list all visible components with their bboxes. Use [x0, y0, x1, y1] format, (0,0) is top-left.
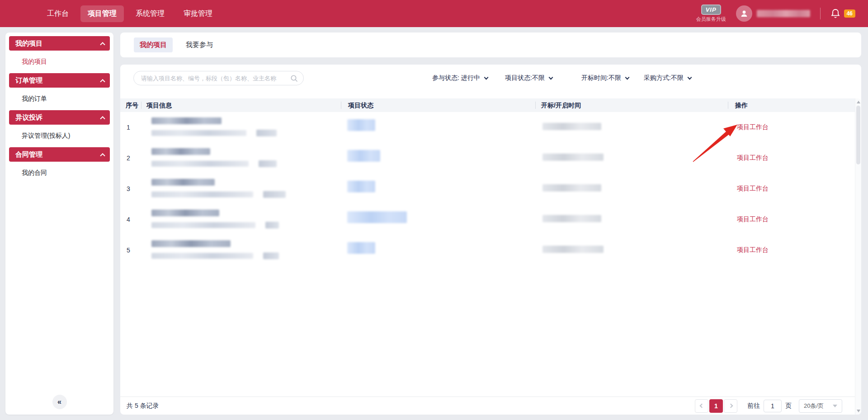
row-index: 3	[127, 185, 130, 192]
sidebar-item-objection-management[interactable]: 异议管理(投标人)	[9, 125, 110, 147]
sidebar-collapse-button[interactable]: «	[52, 395, 67, 409]
project-code-redacted	[151, 130, 246, 136]
user-avatar[interactable]	[736, 5, 752, 22]
filter-row: 参与状态: 进行中 项目状态:不限 开标时间:不限 采购方式:不限	[120, 65, 861, 98]
column-divider	[535, 102, 536, 109]
filter-open-time[interactable]: 开标时间:不限	[581, 74, 629, 82]
notification-area[interactable]: 46	[830, 8, 855, 19]
col-project-info: 项目信息	[146, 98, 172, 112]
total-records-text: 共 5 条记录	[127, 402, 159, 410]
tab-want-to-participate[interactable]: 我要参与	[180, 37, 219, 52]
table-row: 5 项目工作台	[120, 235, 855, 266]
sidebar-item-my-contracts[interactable]: 我的合同	[9, 162, 110, 184]
search-box[interactable]	[133, 71, 304, 85]
nav-item-approval-management[interactable]: 审批管理	[176, 5, 220, 22]
filter-project-status[interactable]: 项目状态:不限	[505, 74, 552, 82]
chevron-down-icon	[625, 75, 629, 79]
search-icon[interactable]	[290, 75, 298, 82]
project-tag-redacted	[259, 160, 277, 167]
project-tag-redacted	[263, 252, 279, 259]
scrollbar-thumb[interactable]	[856, 106, 860, 164]
project-status-badge-redacted	[347, 242, 375, 254]
project-title-redacted	[151, 210, 219, 216]
filter-procurement-method[interactable]: 采购方式:不限	[644, 74, 691, 82]
project-status-badge-redacted	[347, 119, 375, 131]
section-label: 异议投诉	[15, 113, 42, 122]
row-index: 5	[127, 247, 130, 254]
vertical-scrollbar[interactable]	[855, 98, 861, 415]
col-action: 操作	[735, 98, 748, 112]
scroll-down-arrow-icon[interactable]	[857, 410, 860, 412]
tab-bar: 我的项目 我要参与	[120, 33, 861, 57]
chevron-up-icon	[100, 79, 105, 84]
sidebar-item-my-projects[interactable]: 我的项目	[9, 51, 110, 73]
nav-item-system-management[interactable]: 系统管理	[128, 5, 172, 22]
open-time-redacted	[542, 154, 604, 161]
open-time-redacted	[542, 184, 601, 191]
project-code-redacted	[151, 222, 255, 228]
open-time-redacted	[542, 246, 604, 253]
column-divider	[728, 102, 728, 109]
table-row: 3 项目工作台	[120, 173, 855, 204]
page-size-value: 20条/页	[804, 402, 824, 410]
nav-item-workbench[interactable]: 工作台	[40, 5, 76, 22]
table-footer: 共 5 条记录 1 前往 页 20条/页	[120, 397, 855, 415]
vip-caption: 会员服务升级	[696, 16, 726, 23]
project-workbench-link[interactable]: 项目工作台	[737, 154, 769, 162]
section-label: 我的项目	[15, 39, 42, 48]
chevron-right-icon	[728, 404, 733, 408]
project-title-redacted	[151, 179, 215, 186]
sidebar-item-my-orders[interactable]: 我的订单	[9, 88, 110, 110]
project-workbench-link[interactable]: 项目工作台	[737, 215, 769, 224]
filter-participation-status[interactable]: 参与状态: 进行中	[432, 74, 488, 82]
row-index: 4	[127, 216, 130, 223]
chevron-up-icon	[100, 116, 105, 121]
current-page-button[interactable]: 1	[709, 399, 723, 413]
search-input[interactable]	[141, 75, 290, 82]
table-header: 序号 项目信息 项目状态 开标/开启时间 操作	[120, 98, 855, 112]
notification-count-badge: 46	[844, 9, 855, 18]
top-navbar: 工作台 项目管理 系统管理 审批管理 VIP 会员服务升级 46	[0, 0, 868, 27]
page-size-select[interactable]: 20条/页	[799, 399, 842, 413]
section-label: 订单管理	[15, 76, 42, 85]
caret-down-icon	[833, 405, 837, 407]
sidebar-section-objection-complaint[interactable]: 异议投诉	[9, 110, 110, 125]
table-row: 4 项目工作台	[120, 204, 855, 235]
main-menu: 工作台 项目管理 系统管理 审批管理	[40, 5, 224, 22]
chevron-left-icon	[699, 404, 704, 408]
scroll-up-arrow-icon[interactable]	[857, 101, 860, 103]
table-row: 1 项目工作台	[120, 112, 855, 143]
nav-item-project-management[interactable]: 项目管理	[80, 5, 124, 22]
project-status-badge-redacted	[347, 150, 380, 162]
filter-label: 开标时间:不限	[581, 74, 621, 82]
username-redacted[interactable]	[757, 10, 810, 17]
column-divider	[341, 102, 341, 109]
goto-page-input[interactable]	[764, 400, 782, 412]
person-icon	[740, 9, 749, 18]
project-status-badge-redacted	[347, 181, 375, 192]
tab-my-projects[interactable]: 我的项目	[134, 37, 173, 52]
filter-label: 项目状态:不限	[505, 74, 545, 82]
chevron-down-icon	[548, 75, 553, 79]
project-tag-redacted	[263, 191, 286, 198]
project-workbench-link[interactable]: 项目工作台	[737, 185, 769, 193]
chevron-up-icon	[100, 42, 105, 47]
project-workbench-link[interactable]: 项目工作台	[737, 246, 769, 254]
vip-upgrade[interactable]: VIP 会员服务升级	[696, 5, 726, 23]
project-status-badge-redacted	[347, 211, 407, 223]
prev-page-button[interactable]	[695, 399, 708, 413]
main-content-card: 参与状态: 进行中 项目状态:不限 开标时间:不限 采购方式:不限 序号 项目信…	[120, 65, 861, 415]
open-time-redacted	[542, 215, 601, 222]
sidebar-section-contract-management[interactable]: 合同管理	[9, 147, 110, 162]
project-workbench-link[interactable]: 项目工作台	[737, 123, 769, 131]
sidebar-section-order-management[interactable]: 订单管理	[9, 73, 110, 88]
section-label: 合同管理	[15, 150, 42, 159]
col-index: 序号	[126, 98, 138, 112]
project-code-redacted	[151, 253, 253, 259]
chevron-up-icon	[100, 153, 105, 158]
pagination: 1 前往 页 20条/页	[695, 399, 842, 413]
next-page-button[interactable]	[724, 399, 737, 413]
open-time-redacted	[542, 123, 601, 130]
sidebar-section-my-projects[interactable]: 我的项目	[9, 36, 110, 51]
table-row: 2 项目工作台	[120, 143, 855, 173]
